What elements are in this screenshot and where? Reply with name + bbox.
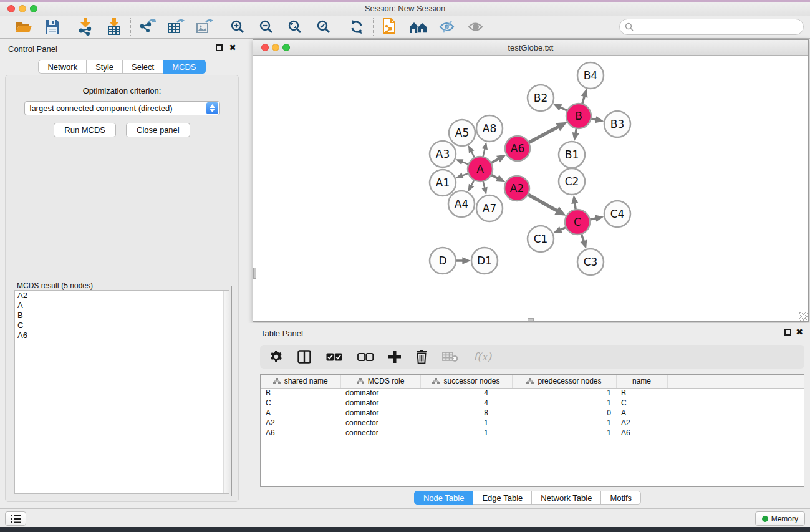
mcds-result-item[interactable]: B <box>15 311 229 321</box>
export-table-icon[interactable] <box>166 17 186 36</box>
table-cell[interactable]: dominator <box>340 398 420 408</box>
run-mcds-button[interactable]: Run MCDS <box>54 123 116 137</box>
tab-style[interactable]: Style <box>87 60 123 74</box>
table-cell[interactable]: A2 <box>261 418 340 428</box>
net-close-button[interactable] <box>261 44 269 51</box>
zoom-fit-icon[interactable] <box>285 17 305 36</box>
window-resize-grip[interactable] <box>799 312 808 321</box>
first-neighbors-icon[interactable] <box>408 17 428 36</box>
table-cell[interactable]: dominator <box>340 388 420 398</box>
table-cell[interactable]: 4 <box>420 388 512 398</box>
node-table[interactable]: shared name MCDS role successor nodes pr… <box>260 374 804 487</box>
net-zoom-button[interactable] <box>282 44 290 51</box>
save-session-icon[interactable] <box>42 17 62 36</box>
mcds-result-item[interactable]: A6 <box>15 331 229 341</box>
graph-edge-A2-C[interactable] <box>527 194 559 211</box>
add-row-icon[interactable] <box>388 351 401 363</box>
table-cell[interactable] <box>667 398 804 408</box>
table-row[interactable]: Cdominator41C <box>261 398 804 408</box>
export-image-icon[interactable] <box>195 17 215 36</box>
table-row[interactable]: A2connector11A2 <box>261 418 804 428</box>
search-field[interactable] <box>619 19 804 35</box>
tab-network[interactable]: Network <box>38 60 87 74</box>
zoom-selected-icon[interactable] <box>314 17 334 36</box>
table-float-panel-icon[interactable] <box>784 329 791 336</box>
table-cell[interactable]: A2 <box>616 418 667 428</box>
table-cell[interactable]: A6 <box>261 428 340 438</box>
delete-icon[interactable] <box>416 350 427 364</box>
task-history-button[interactable] <box>5 511 26 526</box>
tab-node-table[interactable]: Node Table <box>414 491 474 505</box>
table-cell[interactable]: A <box>616 408 667 418</box>
table-cell[interactable]: dominator <box>340 408 420 418</box>
mcds-result-item[interactable]: A <box>15 301 229 311</box>
vertical-scrollbar-stub[interactable] <box>253 268 256 279</box>
memory-button[interactable]: Memory <box>755 511 805 526</box>
show-all-icon[interactable] <box>466 17 486 36</box>
table-close-panel-icon[interactable]: ✖ <box>796 327 803 337</box>
search-input[interactable] <box>637 22 803 32</box>
table-cell[interactable]: 1 <box>512 388 616 398</box>
network-canvas[interactable]: B4B2BB3A5A8A3A6B1AA1C2A4A7A2CC4C1C3DD1 <box>253 56 808 321</box>
result-scrollbar[interactable] <box>223 291 229 493</box>
table-cell[interactable]: C <box>261 398 340 408</box>
import-network-icon[interactable] <box>75 17 95 36</box>
optimization-criterion-dropdown[interactable]: largest connected component (directed) <box>24 101 220 115</box>
deselect-all-icon[interactable] <box>357 353 374 361</box>
table-header-row[interactable]: shared name MCDS role successor nodes pr… <box>261 375 804 388</box>
table-cell[interactable]: 1 <box>420 418 512 428</box>
table-cell[interactable]: B <box>261 388 340 398</box>
table-cell[interactable]: 1 <box>512 428 616 438</box>
col-name[interactable]: name <box>616 375 667 388</box>
table-cell[interactable]: 1 <box>420 428 512 438</box>
import-table-icon[interactable] <box>104 17 124 36</box>
table-cell[interactable]: 1 <box>512 418 616 428</box>
tab-edge-table[interactable]: Edge Table <box>473 491 532 505</box>
tab-motifs[interactable]: Motifs <box>601 491 641 505</box>
delete-table-icon[interactable] <box>442 351 458 362</box>
table-cell[interactable] <box>667 428 804 438</box>
mcds-result-item[interactable]: C <box>15 321 229 331</box>
mcds-result-list[interactable]: A2ABCA6 <box>14 290 229 494</box>
table-cell[interactable]: A <box>261 408 340 418</box>
table-row[interactable]: Adominator80A <box>261 408 804 418</box>
close-panel-button[interactable]: Close panel <box>126 123 190 137</box>
net-minimize-button[interactable] <box>272 44 279 51</box>
col-mcds-role[interactable]: MCDS role <box>340 375 420 388</box>
table-cell[interactable]: C <box>616 398 667 408</box>
table-cell[interactable]: connector <box>340 428 420 438</box>
mcds-result-item[interactable]: A2 <box>15 291 229 301</box>
export-network-icon[interactable] <box>137 17 157 36</box>
function-builder-icon[interactable]: f(x) <box>473 351 491 363</box>
zoom-out-icon[interactable] <box>256 17 276 36</box>
zoom-window-button[interactable] <box>30 5 37 12</box>
table-cell[interactable]: B <box>616 388 667 398</box>
horizontal-scrollbar-stub[interactable] <box>528 318 534 321</box>
network-window-titlebar[interactable]: testGlobe.txt <box>253 40 808 56</box>
tab-select[interactable]: Select <box>123 60 163 74</box>
table-settings-icon[interactable] <box>270 351 282 363</box>
col-shared-name[interactable]: shared name <box>261 375 340 388</box>
hide-selected-icon[interactable] <box>437 17 457 36</box>
minimize-window-button[interactable] <box>19 5 26 12</box>
table-cell[interactable]: 8 <box>420 408 512 418</box>
table-cell[interactable]: 0 <box>512 408 616 418</box>
table-row[interactable]: Bdominator41B <box>261 388 804 398</box>
select-all-icon[interactable] <box>326 353 342 361</box>
table-cell[interactable] <box>667 388 804 398</box>
table-cell[interactable]: 1 <box>512 398 616 408</box>
col-predecessor-nodes[interactable]: predecessor nodes <box>512 375 616 388</box>
table-cell[interactable] <box>667 418 804 428</box>
float-panel-icon[interactable] <box>216 44 223 51</box>
table-cell[interactable]: connector <box>340 418 420 428</box>
table-cell[interactable]: 4 <box>420 398 512 408</box>
close-window-button[interactable] <box>7 5 15 12</box>
graph-edge-A6-B[interactable] <box>528 126 559 143</box>
table-row[interactable]: A6connector11A6 <box>261 428 804 438</box>
table-cell[interactable] <box>667 408 804 418</box>
refresh-icon[interactable] <box>347 17 367 36</box>
zoom-in-icon[interactable] <box>228 17 248 36</box>
tab-network-table[interactable]: Network Table <box>532 491 601 505</box>
tab-mcds[interactable]: MCDS <box>163 60 205 74</box>
open-session-icon[interactable] <box>14 17 34 36</box>
